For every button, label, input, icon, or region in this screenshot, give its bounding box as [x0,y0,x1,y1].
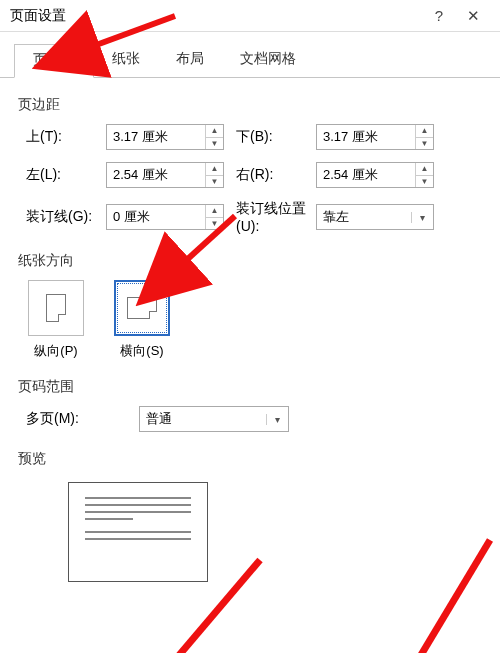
chevron-down-icon: ▾ [266,414,288,425]
pagerange-section: 页码范围 多页(M): 普通 ▾ [0,360,500,432]
margin-right-spin[interactable]: ▲▼ [316,162,434,188]
tab-layout[interactable]: 布局 [158,44,222,77]
margin-left-spin[interactable]: ▲▼ [106,162,224,188]
margin-right-input[interactable] [317,163,415,187]
margin-bottom-input[interactable] [317,125,415,149]
gutter-pos-label: 装订线位置(U): [236,200,316,234]
gutter-pos-select[interactable]: 靠左 ▾ [316,204,434,230]
margin-left-spinbtns[interactable]: ▲▼ [205,163,223,187]
orientation-section: 纸张方向 纵向(P) 横向(S) [0,234,500,360]
margins-section: 页边距 上(T): ▲▼ 下(B): ▲▼ 左(L): ▲▼ 右(R): ▲▼ … [0,78,500,234]
margin-top-label: 上(T): [26,128,106,146]
landscape-icon [114,280,170,336]
portrait-label: 纵向(P) [28,342,84,360]
multipage-label: 多页(M): [26,410,79,428]
orientation-landscape-button[interactable]: 横向(S) [114,280,170,360]
orientation-portrait-button[interactable]: 纵向(P) [28,280,84,360]
tab-strip: 页边距 纸张 布局 文档网格 [0,32,500,78]
portrait-icon [28,280,84,336]
margins-grid: 上(T): ▲▼ 下(B): ▲▼ 左(L): ▲▼ 右(R): ▲▼ 装订线(… [18,124,482,234]
margin-left-input[interactable] [107,163,205,187]
margin-bottom-spinbtns[interactable]: ▲▼ [415,125,433,149]
dialog-title: 页面设置 [10,7,422,25]
orientation-heading: 纸张方向 [18,252,482,270]
margins-heading: 页边距 [18,96,482,114]
margin-bottom-spin[interactable]: ▲▼ [316,124,434,150]
pagerange-heading: 页码范围 [18,378,482,396]
chevron-down-icon: ▾ [411,212,433,223]
gutter-spinbtns[interactable]: ▲▼ [205,205,223,229]
gutter-spin[interactable]: ▲▼ [106,204,224,230]
tab-docgrid[interactable]: 文档网格 [222,44,314,77]
multipage-select[interactable]: 普通 ▾ [139,406,289,432]
preview-section: 预览 [0,450,500,582]
margin-left-label: 左(L): [26,166,106,184]
preview-page-icon [68,482,208,582]
multipage-value: 普通 [140,410,266,428]
margin-top-spin[interactable]: ▲▼ [106,124,224,150]
tab-margins[interactable]: 页边距 [14,44,94,78]
margin-top-spinbtns[interactable]: ▲▼ [205,125,223,149]
tab-paper[interactable]: 纸张 [94,44,158,77]
margin-right-spinbtns[interactable]: ▲▼ [415,163,433,187]
landscape-label: 横向(S) [114,342,170,360]
margin-top-input[interactable] [107,125,205,149]
gutter-pos-value: 靠左 [317,208,411,226]
gutter-input[interactable] [107,205,205,229]
title-bar: 页面设置 ? ✕ [0,0,500,32]
gutter-label: 装订线(G): [26,208,106,226]
preview-heading: 预览 [18,450,500,468]
close-button[interactable]: ✕ [456,7,490,25]
help-button[interactable]: ? [422,7,456,24]
margin-right-label: 右(R): [236,166,316,184]
margin-bottom-label: 下(B): [236,128,316,146]
